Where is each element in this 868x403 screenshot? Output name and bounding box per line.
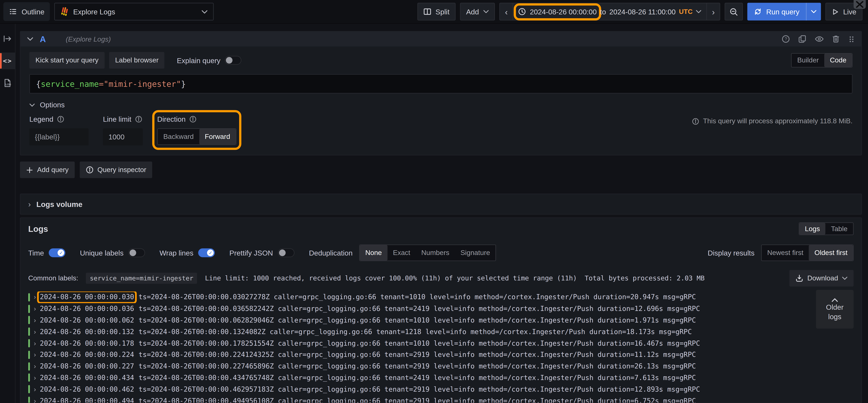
log-line-text: ts=2024-08-26T00:00:00.462957183Z caller…: [138, 385, 700, 393]
expand-log-row-icon[interactable]: ›: [34, 397, 40, 403]
log-line-text: ts=2024-08-26T00:00:00.062829046Z caller…: [138, 316, 696, 324]
query-row-header[interactable]: A (Explore Logs) ?: [21, 32, 861, 46]
expand-log-row-icon[interactable]: ›: [34, 305, 40, 313]
rail-item-code[interactable]: <>: [0, 53, 15, 69]
dedup-option-exact[interactable]: Exact: [387, 245, 416, 261]
run-query-button[interactable]: Run query: [747, 3, 806, 21]
log-row[interactable]: › 2024-08-26 00:00:00.030 ts=2024-08-26T…: [28, 292, 854, 303]
remove-query-trash-icon[interactable]: [832, 35, 840, 43]
logql-query-input[interactable]: {service_name="mimir-ingester"}: [29, 74, 852, 94]
older-logs-button[interactable]: Older logs: [816, 290, 854, 329]
view-table-option[interactable]: Table: [825, 223, 853, 234]
direction-forward[interactable]: Forward: [199, 129, 236, 144]
unique-labels-toggle[interactable]: ✓: [128, 248, 145, 257]
expand-log-row-icon[interactable]: ›: [34, 363, 40, 370]
time-shift-back-button[interactable]: ‹: [500, 3, 513, 20]
rail-item-logs-file[interactable]: LOG: [0, 75, 15, 91]
line-limit-input[interactable]: 1000: [103, 128, 143, 145]
query-ref-id: A: [40, 34, 46, 44]
sort-newest-first[interactable]: Newest first: [762, 245, 809, 261]
download-label: Download: [807, 274, 838, 282]
common-labels-label: Common labels:: [28, 274, 78, 282]
log-timestamp: 2024-08-26 00:00:00.227: [40, 363, 134, 370]
app-switcher-dropdown[interactable]: Explore Logs: [54, 3, 214, 21]
query-toolbar: Kick start your query Label browser Expl…: [29, 52, 852, 69]
query-size-hint-text: This query will process approximately 11…: [703, 117, 852, 125]
label-browser-button[interactable]: Label browser: [109, 52, 165, 69]
hide-response-eye-icon[interactable]: [815, 35, 824, 43]
display-results-control: Display results Newest first Oldest firs…: [708, 244, 854, 261]
plus-icon: [26, 166, 33, 173]
add-query-button[interactable]: Add query: [20, 162, 75, 178]
legend-input[interactable]: {{label}}: [29, 128, 89, 145]
oldest-first-label: Oldest first: [814, 249, 847, 257]
log-row[interactable]: › 2024-08-26 00:00:00.434 ts=2024-08-26T…: [28, 372, 854, 384]
drag-handle-icon[interactable]: [848, 35, 855, 43]
time-toggle[interactable]: ✓: [49, 248, 66, 257]
direction-backward[interactable]: Backward: [158, 129, 199, 144]
sort-oldest-first[interactable]: Oldest first: [809, 245, 853, 261]
expand-logs-volume-icon[interactable]: ›: [28, 200, 31, 208]
outline-button[interactable]: Outline: [3, 2, 50, 21]
view-logs-label: Logs: [805, 225, 820, 233]
time-range-button[interactable]: 2024-08-26 00:00:00 to 2024-08-26 11:00:…: [513, 3, 706, 20]
editor-mode-code[interactable]: Code: [824, 54, 852, 67]
expand-log-row-icon[interactable]: ›: [34, 374, 40, 381]
duplicate-query-icon[interactable]: [798, 35, 807, 43]
svg-text:LOG: LOG: [6, 83, 11, 86]
grafana-explore-page: Outline Explore Logs: [0, 0, 868, 403]
deduplication-group: None Exact Numbers Signature: [359, 244, 496, 261]
split-button[interactable]: Split: [417, 3, 456, 21]
query-label-name: service_name: [41, 79, 99, 88]
wrap-lines-toggle[interactable]: ✓: [198, 248, 215, 257]
log-level-indicator: [28, 385, 30, 393]
collapse-pane-button[interactable]: [0, 30, 15, 47]
expand-log-row-icon[interactable]: ›: [34, 293, 40, 301]
explain-query-toggle[interactable]: ✓: [225, 56, 242, 65]
log-row[interactable]: › 2024-08-26 00:00:00.178 ts=2024-08-26T…: [28, 338, 854, 349]
info-icon: [57, 115, 64, 123]
query-inspector-button[interactable]: Query inspector: [80, 162, 152, 178]
time-shift-forward-button[interactable]: ›: [706, 3, 720, 20]
expand-log-row-icon[interactable]: ›: [34, 328, 40, 336]
view-logs-option[interactable]: Logs: [799, 223, 826, 234]
log-row[interactable]: › 2024-08-26 00:00:00.227 ts=2024-08-26T…: [28, 361, 854, 372]
editor-mode-builder[interactable]: Builder: [792, 54, 824, 67]
prettify-json-toggle[interactable]: ✓: [278, 248, 294, 257]
logs-panel: Logs Logs Table Time ✓ Unique labels ✓: [20, 217, 862, 403]
log-level-indicator: [28, 305, 30, 313]
log-row[interactable]: › 2024-08-26 00:00:00.062 ts=2024-08-26T…: [28, 314, 854, 326]
collapse-query-icon[interactable]: [27, 37, 33, 41]
line-limit-label: Line limit: [103, 115, 131, 123]
expand-log-row-icon[interactable]: ›: [34, 316, 40, 324]
chevron-down-icon: [29, 103, 35, 106]
help-icon[interactable]: ?: [782, 35, 790, 43]
log-row[interactable]: › 2024-08-26 00:00:00.036 ts=2024-08-26T…: [28, 303, 854, 314]
outline-icon: [9, 8, 17, 15]
log-row[interactable]: › 2024-08-26 00:00:00.494 ts=2024-08-26T…: [28, 395, 854, 403]
options-section-header[interactable]: Options: [29, 101, 852, 109]
log-row[interactable]: › 2024-08-26 00:00:00.462 ts=2024-08-26T…: [28, 383, 854, 395]
zoom-out-time-button[interactable]: [724, 3, 743, 21]
add-button[interactable]: Add: [460, 3, 495, 21]
log-timestamp: 2024-08-26 00:00:00.062: [40, 316, 134, 324]
expand-log-row-icon[interactable]: ›: [34, 385, 40, 393]
logs-volume-panel[interactable]: › Logs volume: [20, 194, 862, 215]
expand-log-row-icon[interactable]: ›: [34, 351, 40, 359]
log-level-indicator: [28, 339, 30, 347]
legend-label: Legend: [29, 115, 53, 123]
log-level-indicator: [28, 328, 30, 336]
dedup-option-none[interactable]: None: [360, 245, 387, 261]
log-row[interactable]: › 2024-08-26 00:00:00.132 ts=2024-08-26T…: [28, 326, 854, 338]
run-query-dropdown[interactable]: [806, 3, 821, 21]
dedup-option-numbers[interactable]: Numbers: [416, 245, 455, 261]
logs-view-toggle: Logs Table: [799, 222, 854, 235]
kick-start-query-button[interactable]: Kick start your query: [29, 52, 104, 69]
download-button[interactable]: Download: [789, 270, 854, 287]
newest-first-label: Newest first: [767, 249, 803, 257]
refresh-icon: [754, 8, 762, 15]
dedup-option-signature[interactable]: Signature: [455, 245, 496, 261]
left-icon-rail: <> LOG: [0, 24, 16, 403]
log-row[interactable]: › 2024-08-26 00:00:00.224 ts=2024-08-26T…: [28, 349, 854, 361]
expand-log-row-icon[interactable]: ›: [34, 339, 40, 347]
